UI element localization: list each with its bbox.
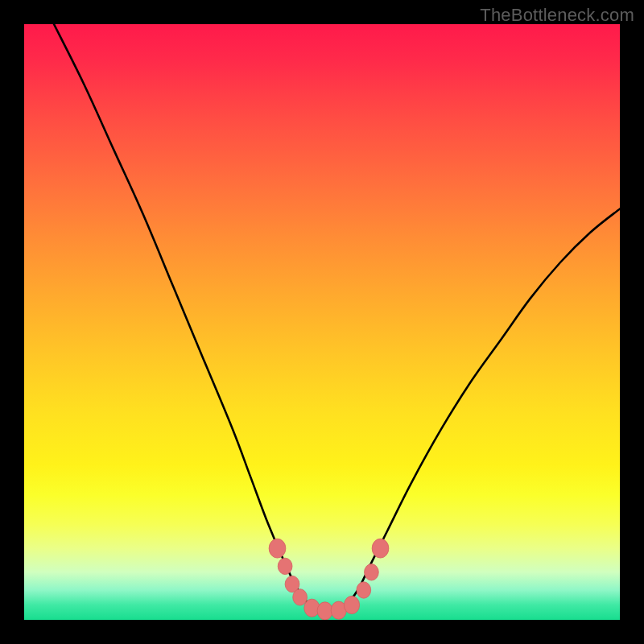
curve-marker	[269, 539, 286, 558]
curve-marker	[304, 599, 320, 617]
watermark-text: TheBottleneck.com	[480, 5, 634, 26]
curve-marker	[293, 589, 308, 605]
plot-area	[24, 24, 620, 620]
bottleneck-curve-svg	[24, 24, 620, 620]
chart-frame: TheBottleneck.com	[0, 0, 644, 644]
curve-markers	[269, 539, 389, 620]
curve-marker	[317, 602, 332, 620]
curve-marker	[357, 582, 371, 598]
curve-marker	[365, 564, 379, 580]
curve-marker	[372, 539, 389, 558]
curve-marker	[278, 558, 292, 574]
bottleneck-curve-line	[54, 24, 620, 612]
curve-marker	[344, 596, 359, 613]
